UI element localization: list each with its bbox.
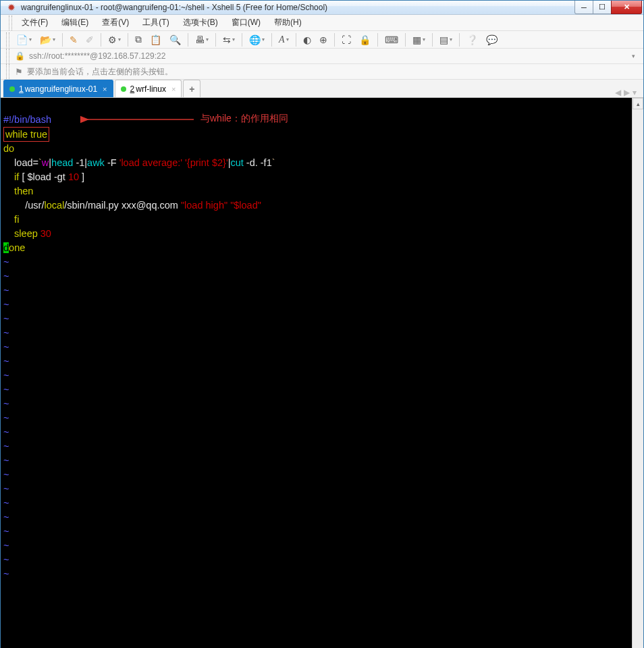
layout-button[interactable]: ▦▾ (409, 32, 429, 48)
flag-icon[interactable]: ⚑ (15, 67, 23, 77)
search-icon: 🔍 (169, 34, 181, 45)
tab-label: wrf-linux (136, 84, 166, 94)
brush-icon: ✐ (86, 34, 94, 45)
menu-help[interactable]: 帮助(H) (267, 15, 308, 30)
tab-2[interactable]: 2 wrf-linux × (115, 80, 182, 97)
hint-bar: ⚑ 要添加当前会话，点击左侧的箭头按钮。 (1, 64, 643, 80)
window-title: wangruifenglinux-01 - root@wangruifeng-0… (21, 3, 574, 12)
properties-icon: ⚙ (108, 34, 117, 45)
tile-icon: ▤ (439, 34, 448, 45)
tab-list-icon[interactable]: ▾ (633, 88, 637, 97)
disconnect-button[interactable]: ✐ (82, 32, 97, 48)
keyboard-button[interactable]: ⌨ (381, 32, 402, 48)
new-tab-button[interactable]: + (183, 80, 200, 97)
annotation-text: 与while：的作用相同 (200, 111, 288, 125)
maximize-button[interactable]: ☐ (593, 1, 612, 14)
annotation-arrow (80, 114, 195, 125)
properties-button[interactable]: ⚙▾ (105, 32, 124, 48)
new-icon: 📄 (16, 34, 28, 45)
copy-button[interactable]: ⧉ (132, 31, 145, 48)
menubar: 文件(F) 编辑(E) 查看(V) 工具(T) 选项卡(B) 窗口(W) 帮助(… (1, 15, 643, 31)
tab-bar: 1 wangruifenglinux-01 × 2 wrf-linux × + … (1, 80, 643, 98)
tab-close-icon[interactable]: × (103, 85, 107, 93)
scroll-up-icon[interactable]: ▴ (633, 98, 643, 109)
scrollbar[interactable]: ▴ ▾ (632, 98, 643, 648)
fullscreen-button[interactable]: ⛶ (338, 32, 354, 48)
open-button[interactable]: 📂▾ (36, 32, 59, 48)
tab-number: 2 (130, 84, 135, 94)
hint-text: 要添加当前会话，点击左侧的箭头按钮。 (27, 66, 173, 78)
chat-icon: 💬 (486, 34, 498, 45)
app-icon: ✹ (6, 2, 17, 13)
titlebar: ✹ wangruifenglinux-01 - root@wangruifeng… (1, 1, 643, 15)
status-dot-icon (121, 86, 126, 92)
font-button[interactable]: A▾ (275, 32, 292, 48)
cursor: d (3, 242, 9, 253)
paste-icon: 📋 (150, 34, 161, 45)
layout-icon: ▦ (412, 34, 421, 45)
new-button[interactable]: 📄▾ (13, 32, 35, 48)
tab-1[interactable]: 1 wangruifenglinux-01 × (3, 80, 113, 97)
tab-label: wangruifenglinux-01 (25, 84, 97, 94)
code-shebang: #!/bin/bash (3, 114, 51, 125)
menubar-handle[interactable] (9, 16, 12, 30)
menu-file[interactable]: 文件(F) (15, 15, 55, 30)
address-dropdown[interactable]: ▾ (632, 53, 635, 59)
minimize-button[interactable]: ─ (574, 1, 593, 14)
chat-button[interactable]: 💬 (483, 32, 501, 48)
scroll-track[interactable] (633, 109, 643, 648)
session-button[interactable]: ◐ (300, 32, 315, 48)
hintbar-handle[interactable] (6, 64, 9, 79)
tab-close-icon[interactable]: × (171, 85, 176, 93)
connect-button[interactable]: ✎ (66, 32, 81, 48)
app-window: ✹ wangruifenglinux-01 - root@wangruifeng… (0, 0, 644, 648)
menu-view[interactable]: 查看(V) (95, 15, 136, 30)
scope-icon: ⊕ (319, 34, 327, 45)
font-icon: A (279, 34, 285, 45)
keyboard-icon: ⌨ (385, 34, 398, 45)
copy-icon: ⧉ (135, 34, 142, 45)
close-button[interactable]: ✕ (611, 1, 642, 14)
address-bar: 🔒 ssh://root:********@192.168.57.129:22 … (1, 49, 643, 64)
transfer-button[interactable]: ⇆▾ (219, 32, 238, 48)
wand-icon: ✎ (70, 34, 78, 45)
terminal-area: #!/bin/bash while true do load=`w|head -… (1, 98, 643, 648)
status-dot-icon (9, 86, 15, 92)
tab-prev-icon[interactable]: ◀ (615, 88, 621, 97)
tab-number: 1 (19, 84, 24, 94)
menu-edit[interactable]: 编辑(E) (55, 15, 95, 30)
menu-tabs[interactable]: 选项卡(B) (176, 15, 225, 30)
fullscreen-icon: ⛶ (342, 34, 351, 45)
highlight-box: while true (3, 127, 49, 142)
find-button[interactable]: 🔍 (166, 32, 184, 48)
scope-button[interactable]: ⊕ (316, 32, 331, 48)
menu-window[interactable]: 窗口(W) (225, 15, 267, 30)
tab-next-icon[interactable]: ▶ (624, 88, 630, 97)
window-controls: ─ ☐ ✕ (574, 1, 642, 14)
lock-button[interactable]: 🔒 (356, 32, 374, 48)
session-icon: ◐ (303, 34, 311, 45)
lock-icon: 🔒 (15, 51, 25, 61)
globe-icon: 🌐 (249, 34, 261, 45)
addrbar-handle[interactable] (6, 49, 9, 63)
address-text[interactable]: ssh://root:********@192.168.57.129:22 (29, 51, 632, 61)
terminal[interactable]: #!/bin/bash while true do load=`w|head -… (1, 98, 632, 648)
tile-button[interactable]: ▤▾ (436, 32, 456, 48)
folder-icon: 📂 (40, 34, 51, 45)
help-button[interactable]: ❔ (463, 32, 481, 48)
print-button[interactable]: 🖶▾ (192, 32, 212, 48)
tab-nav: ◀ ▶ ▾ (615, 88, 641, 97)
transfer-icon: ⇆ (223, 34, 231, 45)
help-icon: ❔ (466, 34, 478, 45)
globe-button[interactable]: 🌐▾ (246, 32, 268, 48)
menu-tools[interactable]: 工具(T) (136, 15, 176, 30)
printer-icon: 🖶 (195, 34, 205, 45)
lock-icon: 🔒 (359, 34, 371, 45)
toolbar: 📄▾ 📂▾ ✎ ✐ ⚙▾ ⧉ 📋 🔍 🖶▾ ⇆▾ 🌐▾ A▾ ◐ ⊕ ⛶ 🔒 ⌨… (1, 31, 643, 49)
toolbar-handle[interactable] (6, 32, 9, 47)
paste-button[interactable]: 📋 (146, 32, 165, 48)
